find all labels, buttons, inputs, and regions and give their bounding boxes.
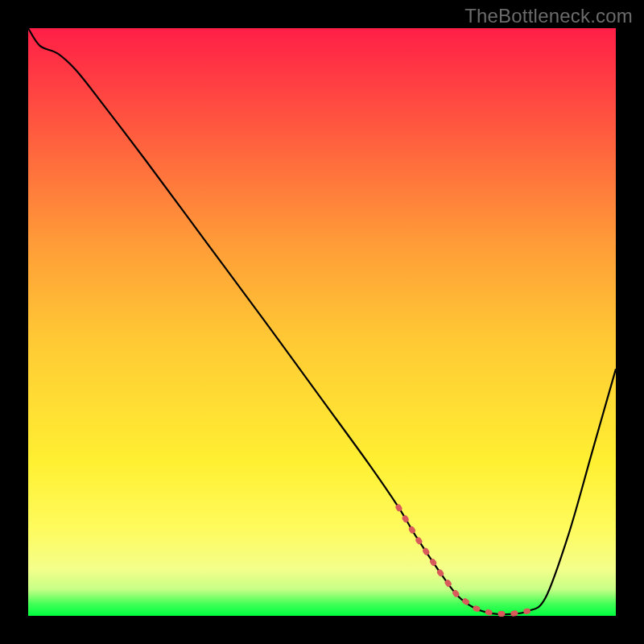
curve-svg [28,28,616,616]
highlight-segment-path [398,507,528,614]
bottleneck-curve-path [28,28,616,614]
gradient-plot-area [28,28,616,616]
watermark-text: TheBottleneck.com [464,5,633,27]
chart-frame: TheBottleneck.com [0,0,644,644]
